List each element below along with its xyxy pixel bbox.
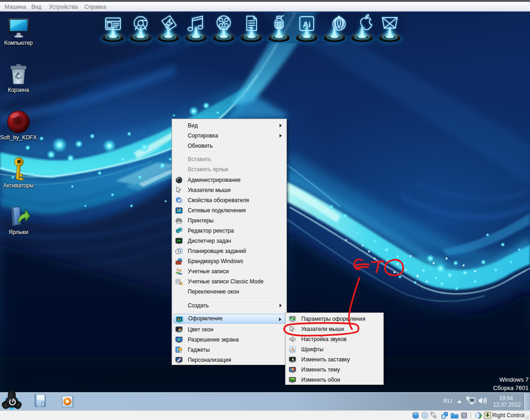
svg-text:Ai: Ai [303, 20, 311, 29]
svg-text:V: V [463, 414, 465, 417]
svg-text:A: A [291, 346, 295, 353]
